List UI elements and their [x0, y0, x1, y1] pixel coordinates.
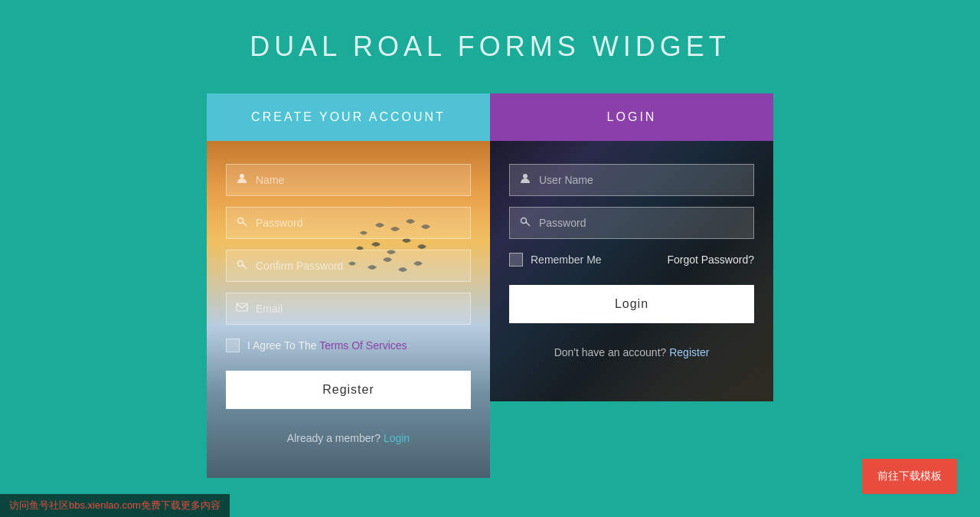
register-header: CREATE YOUR ACCOUNT — [207, 93, 490, 141]
key-icon — [236, 215, 248, 231]
login-form-wrapper: LOGIN — [490, 93, 773, 401]
svg-point-1 — [238, 218, 243, 224]
password-input-group — [226, 207, 471, 239]
register-form-content: I Agree To The Terms Of Services Registe… — [226, 164, 471, 444]
login-user-icon — [519, 172, 531, 188]
username-input[interactable] — [539, 165, 744, 195]
remember-checkbox[interactable] — [509, 253, 523, 267]
email-input[interactable] — [256, 293, 461, 324]
svg-point-4 — [523, 174, 528, 178]
register-button[interactable]: Register — [226, 371, 471, 409]
svg-point-0 — [240, 174, 244, 178]
username-input-group — [509, 164, 754, 196]
email-icon — [236, 301, 248, 316]
name-input[interactable] — [256, 165, 461, 195]
register-login-link[interactable]: Login — [384, 432, 410, 444]
forms-container: CREATE YOUR ACCOUNT — [191, 93, 789, 478]
login-key-icon — [519, 215, 531, 231]
register-body: I Agree To The Terms Of Services Registe… — [207, 141, 490, 478]
user-icon — [236, 172, 248, 188]
forgot-password-link[interactable]: Forgot Password? — [667, 254, 754, 266]
terms-label: I Agree To The Terms Of Services — [247, 339, 407, 352]
email-input-group — [226, 293, 471, 325]
login-body: Remember Me Forgot Password? Login Don't… — [490, 141, 773, 401]
svg-point-2 — [238, 261, 243, 267]
remember-row: Remember Me Forgot Password? — [509, 253, 754, 267]
svg-point-5 — [521, 218, 527, 224]
terms-link[interactable]: Terms Of Services — [319, 339, 407, 352]
confirm-password-input[interactable] — [256, 250, 461, 281]
page-title: DUAL ROAL FORMS WIDGET — [250, 31, 730, 63]
register-footer: Already a member? Login — [226, 432, 471, 444]
terms-checkbox[interactable] — [226, 339, 240, 352]
name-input-group — [226, 164, 471, 196]
login-password-input[interactable] — [539, 208, 744, 238]
terms-checkbox-row: I Agree To The Terms Of Services — [226, 335, 471, 355]
login-button[interactable]: Login — [509, 285, 754, 323]
login-password-input-group — [509, 207, 754, 239]
register-form-wrapper: CREATE YOUR ACCOUNT — [207, 93, 490, 478]
key2-icon — [236, 258, 248, 273]
download-button[interactable]: 前往下载模板 — [862, 459, 957, 494]
remember-label[interactable]: Remember Me — [509, 253, 602, 267]
confirm-password-input-group — [226, 250, 471, 282]
register-password-input[interactable] — [256, 208, 461, 238]
login-header: LOGIN — [490, 93, 773, 141]
login-form-content: Remember Me Forgot Password? Login Don't… — [509, 164, 754, 358]
svg-rect-3 — [237, 303, 247, 311]
login-footer: Don't have an account? Register — [509, 346, 754, 358]
login-register-link[interactable]: Register — [669, 346, 709, 358]
watermark: 访问鱼号社区bbs.xienlao.com免费下载更多内容 — [0, 494, 230, 517]
